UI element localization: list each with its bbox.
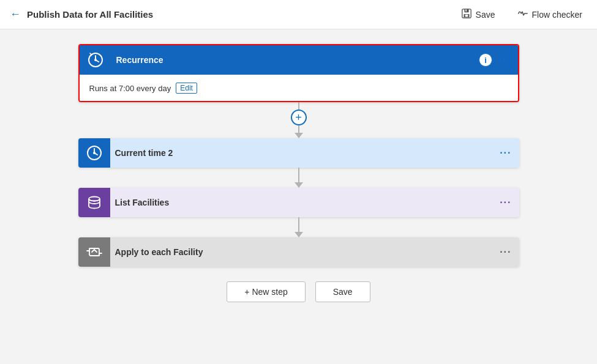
current-time-title: Current time 2 [110, 148, 500, 158]
flow-checker-button[interactable]: Flow checker [513, 6, 587, 23]
arrow-2 [295, 232, 303, 237]
flow-checker-label: Flow checker [532, 10, 582, 20]
topbar-left: ← Publish Data for All Facilities [10, 8, 456, 21]
recurrence-icon-box [80, 45, 111, 75]
apply-each-header: Apply to each Facility ··· [78, 237, 519, 267]
apply-each-title: Apply to each Facility [110, 247, 500, 257]
apply-each-step[interactable]: Apply to each Facility ··· [78, 237, 519, 267]
clock-icon [87, 51, 104, 69]
svg-line-8 [96, 60, 99, 62]
apply-each-actions: ··· [500, 247, 511, 258]
svg-rect-3 [465, 14, 468, 17]
recurrence-body: Runs at 7:00 every day Edit [80, 75, 518, 101]
list-facilities-step[interactable]: List Facilities ··· [78, 188, 519, 217]
line-1 [298, 168, 299, 182]
recurrence-step[interactable]: Recurrence i ··· Runs at 7:00 every day … [78, 44, 519, 102]
current-time-more-button[interactable]: ··· [500, 147, 511, 158]
bottom-save-button[interactable]: Save [315, 281, 370, 302]
current-time-step[interactable]: Current time 2 ··· [78, 138, 519, 168]
apply-each-icon-box [78, 237, 110, 267]
recurrence-actions: i ··· [479, 53, 510, 67]
clock-icon-2 [86, 144, 103, 162]
save-icon [461, 8, 472, 21]
apply-each-more-button[interactable]: ··· [500, 247, 511, 258]
recurrence-subtitle: Runs at 7:00 every day [89, 84, 171, 93]
save-button[interactable]: Save [456, 6, 500, 24]
canvas: Recurrence i ··· Runs at 7:00 every day … [0, 29, 597, 364]
topbar-right: Save Flow checker [456, 6, 587, 24]
arrow-1 [295, 182, 303, 188]
list-facilities-more-button[interactable]: ··· [500, 197, 511, 208]
current-time-actions: ··· [500, 147, 511, 158]
recurrence-info-button[interactable]: i [479, 53, 492, 67]
recurrence-more-button[interactable]: ··· [498, 54, 510, 65]
recurrence-step-header: Recurrence i ··· [80, 45, 518, 75]
list-facilities-icon-box [78, 188, 110, 217]
info-icon: i [484, 56, 487, 65]
arrow-connector-2 [295, 217, 303, 237]
connector-line-bottom [298, 125, 299, 133]
plus-connector: + [291, 102, 307, 138]
recurrence-edit-button[interactable]: Edit [176, 83, 197, 94]
connector-line-top [298, 102, 299, 110]
current-time-icon-box [78, 138, 110, 168]
topbar: ← Publish Data for All Facilities Save [0, 0, 597, 29]
flow-container: Recurrence i ··· Runs at 7:00 every day … [78, 44, 519, 302]
line-2 [298, 217, 299, 232]
connector-arrow [295, 133, 303, 138]
page-title: Publish Data for All Facilities [27, 9, 153, 20]
new-step-button[interactable]: + New step [227, 281, 305, 302]
add-step-button[interactable]: + [291, 110, 307, 125]
bottom-actions: + New step Save [227, 281, 370, 302]
list-facilities-actions: ··· [500, 197, 511, 208]
recurrence-title: Recurrence [111, 55, 479, 65]
save-label: Save [476, 10, 495, 20]
svg-rect-4 [465, 9, 467, 12]
svg-line-12 [94, 153, 97, 155]
list-facilities-title: List Facilities [110, 198, 500, 207]
list-facilities-header: List Facilities ··· [78, 188, 519, 217]
current-time-header: Current time 2 ··· [78, 138, 519, 168]
loop-icon [86, 243, 103, 261]
arrow-connector-1 [295, 168, 303, 188]
database-icon [86, 194, 103, 211]
flow-checker-icon [517, 8, 528, 21]
back-button[interactable]: ← [10, 8, 21, 21]
